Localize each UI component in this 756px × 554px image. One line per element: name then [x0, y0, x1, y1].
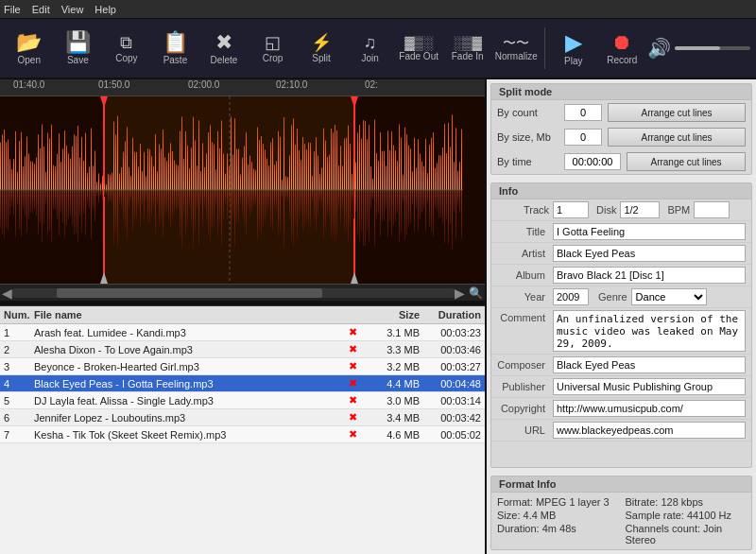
file-size: 3.2 MB: [368, 361, 420, 372]
file-rows-container: 1 Arash feat. Lumidee - Kandi.mp3 ✖ 3.1 …: [0, 324, 485, 443]
file-num: 3: [4, 361, 34, 372]
info-title: Info: [491, 183, 751, 199]
scroll-right-btn[interactable]: ▶: [455, 286, 465, 301]
comment-textarea[interactable]: An unfinalized version of the music vide…: [553, 310, 746, 352]
file-row-3[interactable]: 3 Beyonce - Broken-Hearted Girl.mp3 ✖ 3.…: [0, 358, 485, 375]
time-mark-1: 01:40.0: [13, 79, 44, 90]
normalize-label: Normalize: [495, 51, 538, 61]
waveform-scrollbar[interactable]: ◀ ▶ 🔍: [0, 284, 485, 301]
paste-label: Paste: [163, 55, 188, 65]
split-icon: ⚡: [311, 34, 332, 51]
file-row-7[interactable]: 7 Kesha - Tik Tok (Skeet Skeet Remix).mp…: [0, 426, 485, 443]
file-row-1[interactable]: 1 Arash feat. Lumidee - Kandi.mp3 ✖ 3.1 …: [0, 324, 485, 341]
publisher-input[interactable]: [553, 378, 746, 395]
crop-button[interactable]: ◱ Crop: [249, 22, 297, 75]
delete-file-icon[interactable]: ✖: [349, 360, 368, 372]
artist-label: Artist: [497, 248, 549, 259]
menu-help[interactable]: Help: [94, 4, 116, 15]
copyright-input[interactable]: [553, 400, 746, 417]
fadeout-button[interactable]: ▓▒░ Fade Out: [395, 22, 442, 75]
url-input[interactable]: [553, 422, 746, 439]
url-row: URL: [491, 420, 751, 441]
play-button[interactable]: ▶ Play: [550, 22, 597, 75]
delete-file-icon[interactable]: ✖: [349, 428, 368, 441]
crop-label: Crop: [263, 53, 284, 63]
arrange-bysize-button[interactable]: Arrange cut lines: [608, 128, 746, 147]
file-row-5[interactable]: 5 DJ Layla feat. Alissa - Single Lady.mp…: [0, 392, 485, 409]
delete-button[interactable]: ✖ Delete: [200, 22, 248, 75]
file-duration: 00:03:27: [420, 361, 481, 372]
normalize-icon: 〜〜: [503, 36, 529, 49]
copyright-label: Copyright: [497, 403, 549, 414]
genre-label: Genre: [598, 291, 627, 303]
file-row-4[interactable]: 4 Black Eyed Peas - I Gotta Feeling.mp3 …: [0, 375, 485, 392]
split-button[interactable]: ⚡ Split: [298, 22, 345, 75]
play-label: Play: [564, 56, 582, 66]
save-icon: 💾: [65, 32, 91, 53]
col-header-size: Size: [368, 309, 420, 320]
disk-input[interactable]: [620, 201, 660, 218]
file-size: 4.6 MB: [368, 429, 420, 441]
time-mark-5: 02:: [365, 79, 378, 90]
composer-row: Composer: [491, 355, 751, 376]
join-button[interactable]: ♫ Join: [347, 22, 394, 75]
file-name: Alesha Dixon - To Love Again.mp3: [34, 344, 349, 355]
delete-file-icon[interactable]: ✖: [349, 343, 368, 355]
split-bytime-label: By time: [497, 156, 558, 167]
split-bycount-input[interactable]: [564, 104, 602, 121]
delete-file-icon[interactable]: ✖: [349, 411, 368, 424]
composer-input[interactable]: [553, 356, 746, 373]
fadein-button[interactable]: ░▒▓ Fade In: [444, 22, 491, 75]
file-num: 2: [4, 344, 34, 355]
delete-file-icon[interactable]: ✖: [349, 326, 368, 338]
format-channels: Channels count: Join Stereo: [626, 523, 747, 545]
normalize-button[interactable]: 〜〜 Normalize: [492, 22, 540, 75]
title-input[interactable]: [553, 223, 746, 240]
menu-edit[interactable]: Edit: [32, 4, 50, 15]
scroll-thumb[interactable]: [57, 288, 322, 298]
open-icon: 📂: [16, 32, 42, 53]
scroll-left-btn[interactable]: ◀: [2, 286, 12, 301]
menu-view[interactable]: View: [61, 4, 84, 15]
format-format: Format: MPEG 1 layer 3: [497, 496, 618, 508]
col-header-name: File name: [34, 309, 349, 320]
join-label: Join: [361, 53, 378, 63]
bpm-input[interactable]: [694, 201, 730, 218]
volume-slider[interactable]: [675, 46, 750, 50]
open-button[interactable]: 📂 Open: [6, 22, 53, 75]
waveform-container: 01:40.0 01:50.0 02:00.0 02:10.0 02:: [0, 79, 485, 306]
file-name: Jennifer Lopez - Louboutins.mp3: [34, 412, 349, 424]
arrange-bytime-button[interactable]: Arrange cut lines: [627, 152, 746, 171]
save-button[interactable]: 💾 Save: [55, 22, 102, 75]
delete-file-icon[interactable]: ✖: [349, 377, 368, 390]
timeline: 01:40.0 01:50.0 02:00.0 02:10.0 02:: [0, 79, 485, 96]
arrange-bycount-button[interactable]: Arrange cut lines: [608, 103, 746, 122]
file-row-6[interactable]: 6 Jennifer Lopez - Louboutins.mp3 ✖ 3.4 …: [0, 409, 485, 426]
menu-file[interactable]: File: [4, 4, 21, 15]
split-bysize-input[interactable]: [564, 129, 602, 146]
album-input[interactable]: [553, 267, 746, 284]
scroll-track[interactable]: [12, 288, 455, 298]
zoom-out-btn[interactable]: 🔍: [469, 286, 483, 300]
title-row: Title: [491, 221, 751, 243]
file-num: 4: [4, 378, 34, 390]
album-label: Album: [497, 269, 549, 281]
file-list: Num. File name Size Duration 1 Arash fea…: [0, 306, 485, 554]
copy-button[interactable]: ⧉ Copy: [103, 22, 150, 75]
file-row-2[interactable]: 2 Alesha Dixon - To Love Again.mp3 ✖ 3.3…: [0, 341, 485, 358]
file-duration: 00:03:42: [420, 412, 481, 424]
split-bytime-input[interactable]: [564, 153, 621, 170]
artist-input[interactable]: [553, 245, 746, 262]
file-duration: 00:04:48: [420, 378, 481, 390]
track-input[interactable]: [553, 201, 589, 218]
delete-icon: ✖: [215, 32, 232, 53]
delete-file-icon[interactable]: ✖: [349, 394, 368, 407]
year-input[interactable]: [553, 288, 589, 305]
fadein-icon: ░▒▓: [454, 36, 482, 49]
genre-select[interactable]: DancePopRockElectronic: [631, 288, 707, 305]
fadeout-label: Fade Out: [399, 51, 438, 61]
record-button[interactable]: ⏺ Record: [599, 22, 646, 75]
waveform[interactable]: [0, 96, 485, 284]
url-label: URL: [497, 424, 549, 436]
paste-button[interactable]: 📋 Paste: [152, 22, 199, 75]
